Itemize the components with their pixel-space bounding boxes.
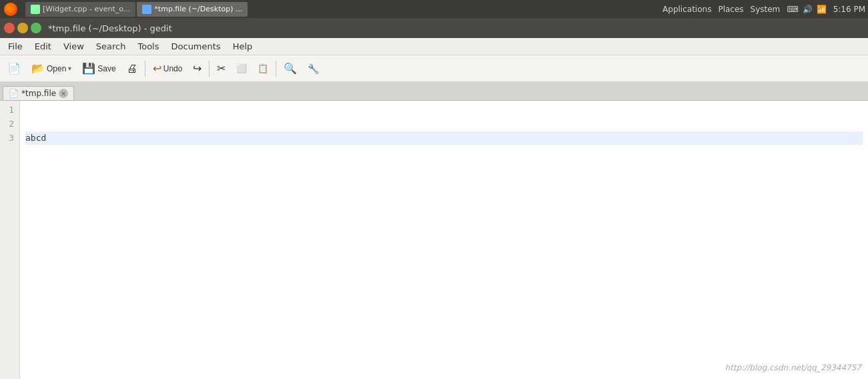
system-menu[interactable]: System: [751, 5, 781, 14]
clock: 5:16 PM: [833, 5, 865, 14]
paste-button[interactable]: 📋: [253, 61, 273, 76]
sys-tray: ⌨ 🔊 📶: [787, 5, 826, 14]
window-title: *tmp.file (~/Desktop) - gedit: [48, 23, 172, 33]
save-label: Save: [97, 64, 115, 73]
volume-icon[interactable]: 🔊: [803, 5, 813, 14]
file-tab-icon: 📄: [9, 89, 19, 98]
open-button[interactable]: 📂 Open ▾: [27, 59, 76, 77]
undo-icon: ↩: [153, 62, 161, 75]
code-line-2: [25, 173, 863, 187]
line-number-1: 1: [5, 103, 14, 117]
applications-menu[interactable]: Applications: [663, 5, 711, 14]
toolbar-separator-2: [209, 61, 209, 77]
toolbar-separator-1: [145, 61, 145, 77]
toolbar: 📄 📂 Open ▾ 💾 Save 🖨 ↩ Undo ↪ ✂ ⬜ 📋 🔍 🔧: [0, 55, 868, 82]
network-icon: 📶: [817, 5, 827, 14]
editor-area[interactable]: 1 2 3 abcd: [0, 101, 868, 379]
keyboard-icon: ⌨: [787, 5, 798, 14]
top-panel-right: Applications Places System ⌨ 🔊 📶 5:16 PM: [663, 5, 865, 14]
menu-help[interactable]: Help: [228, 40, 258, 53]
redo-button[interactable]: ↪: [188, 59, 206, 77]
taskbar-tabs: [Widget.cpp - event_o... *tmp.file (~/De…: [25, 2, 248, 17]
new-icon: 📄: [7, 62, 21, 75]
open-icon: 📂: [31, 62, 45, 75]
undo-button[interactable]: ↩ Undo: [148, 59, 187, 77]
copy-icon: ⬜: [236, 63, 247, 73]
menu-edit[interactable]: Edit: [29, 40, 57, 53]
taskbar-tab-1-label: [Widget.cpp - event_o...: [43, 5, 130, 13]
redo-icon: ↪: [193, 62, 201, 75]
paste-icon: 📋: [258, 63, 268, 73]
file-tab-tmpfile[interactable]: 📄 *tmp.file ✕: [3, 86, 74, 100]
code-line-3: [25, 214, 863, 228]
top-panel-left: [Widget.cpp - event_o... *tmp.file (~/De…: [3, 1, 248, 17]
firefox-icon: [4, 3, 17, 16]
menu-search[interactable]: Search: [91, 40, 131, 53]
undo-label: Undo: [163, 64, 183, 73]
print-icon: 🖨: [127, 63, 137, 75]
maximize-button[interactable]: [31, 23, 41, 33]
file-tab-name: *tmp.file: [21, 89, 56, 98]
find-icon: 🔍: [284, 62, 297, 75]
minimize-button[interactable]: [17, 23, 28, 33]
menu-file[interactable]: File: [3, 40, 28, 53]
title-bar: *tmp.file (~/Desktop) - gedit: [0, 18, 868, 38]
taskbar-tab-2[interactable]: *tmp.file (~/Desktop) ...: [137, 2, 248, 17]
find-button[interactable]: 🔍: [279, 59, 302, 77]
save-icon: 💾: [82, 62, 95, 75]
taskbar-tab-2-label: *tmp.file (~/Desktop) ...: [154, 5, 242, 13]
replace-icon: 🔧: [308, 63, 319, 74]
top-panel: [Widget.cpp - event_o... *tmp.file (~/De…: [0, 0, 868, 18]
new-button[interactable]: 📄: [3, 59, 25, 77]
places-menu[interactable]: Places: [718, 5, 743, 14]
taskbar-tab-1[interactable]: [Widget.cpp - event_o...: [25, 2, 135, 17]
menu-tools[interactable]: Tools: [132, 40, 164, 53]
open-arrow-icon: ▾: [68, 65, 71, 72]
save-button[interactable]: 💾 Save: [77, 59, 120, 77]
watermark: http://blog.csdn.net/qq_29344757: [725, 363, 861, 372]
cut-button[interactable]: ✂: [212, 59, 230, 77]
copy-button[interactable]: ⬜: [232, 61, 252, 76]
tabs-bar: 📄 *tmp.file ✕: [0, 82, 868, 101]
cut-icon: ✂: [217, 62, 226, 75]
menu-view[interactable]: View: [58, 40, 89, 53]
menu-bar: File Edit View Search Tools Documents He…: [0, 38, 868, 55]
tab-icon-2: [142, 5, 151, 14]
close-button[interactable]: [4, 23, 15, 33]
code-content[interactable]: abcd: [20, 101, 868, 379]
tab-icon-1: [31, 5, 40, 14]
line-number-3: 3: [5, 131, 14, 145]
print-button[interactable]: 🖨: [122, 60, 142, 77]
toolbar-separator-3: [276, 61, 276, 77]
file-tab-close[interactable]: ✕: [59, 89, 68, 98]
window-controls: [4, 23, 41, 33]
menu-documents[interactable]: Documents: [166, 40, 226, 53]
line-number-2: 2: [5, 117, 14, 131]
open-label: Open: [47, 64, 66, 73]
firefox-button[interactable]: [3, 1, 19, 17]
line-numbers: 1 2 3: [0, 101, 20, 379]
replace-button[interactable]: 🔧: [303, 61, 324, 77]
code-line-1: abcd: [25, 131, 863, 145]
